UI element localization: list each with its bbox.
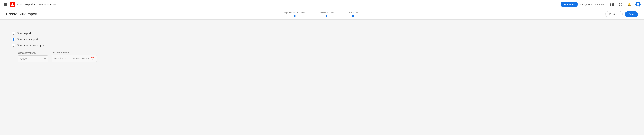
frequency-field-group: Choose frequency Once Daily Weekly Month… <box>18 52 48 62</box>
header-right: Feedback Oshyn Partner Sandbox ? 🔔 <box>560 2 641 8</box>
save-run-import-option[interactable]: Save & run import <box>12 38 638 41</box>
bell-icon: 🔔 <box>628 2 631 6</box>
divider <box>6 26 638 26</box>
main-content: Save import Save & run import Save & sch… <box>0 20 644 135</box>
stepper: Import source & Details Location & Filte… <box>284 12 358 17</box>
save-import-radio[interactable] <box>12 32 15 35</box>
step-2-dot <box>326 15 328 17</box>
datetime-field-group: Set date and time 9 / 4 / 2024, 4 : 32 P… <box>52 51 97 62</box>
save-import-option[interactable]: Save import <box>12 32 638 35</box>
svg-marker-0 <box>11 3 14 6</box>
grid-icon <box>610 2 614 6</box>
step-1-dot <box>294 15 296 17</box>
app-title: Adobe Experience Manager Assets <box>17 3 58 6</box>
feedback-button[interactable]: Feedback <box>560 2 578 7</box>
page-title: Create Bulk Import <box>6 12 37 16</box>
sandbox-name: Oshyn Partner Sandbox <box>580 3 606 6</box>
app-header: Adobe Experience Manager Assets Feedback… <box>0 0 644 9</box>
save-run-import-label: Save & run import <box>17 38 38 41</box>
datetime-label: Set date and time <box>52 51 97 54</box>
step-3-label: Save & Run <box>348 12 358 14</box>
calendar-icon[interactable]: 📅 <box>90 56 94 60</box>
sub-header-actions: Previous Save <box>605 11 638 17</box>
step-connector-1 <box>305 16 318 16</box>
save-import-label: Save import <box>17 32 31 35</box>
svg-point-2 <box>636 6 640 7</box>
notifications-button[interactable]: 🔔 <box>626 2 632 8</box>
step-2-label: Location & Filters <box>318 12 334 14</box>
save-run-import-radio[interactable] <box>12 38 15 41</box>
hamburger-button[interactable] <box>3 2 8 6</box>
schedule-section: Choose frequency Once Daily Weekly Month… <box>18 51 638 62</box>
hamburger-icon <box>4 3 7 6</box>
step-1: Import source & Details <box>284 12 305 17</box>
step-3: Save & Run <box>348 12 358 17</box>
schedule-row: Choose frequency Once Daily Weekly Month… <box>18 51 638 62</box>
datetime-value: 9 / 4 / 2024, 4 : 32 PM GMT-3 <box>54 57 89 60</box>
adobe-logo <box>10 2 15 7</box>
save-schedule-import-option[interactable]: Save & schedule import <box>12 44 638 47</box>
step-connector-2 <box>334 16 348 16</box>
avatar-button[interactable] <box>635 2 641 8</box>
save-button[interactable]: Save <box>625 12 638 17</box>
grid-menu-button[interactable] <box>609 2 615 8</box>
sub-header: Create Bulk Import Import source & Detai… <box>0 9 644 20</box>
step-2: Location & Filters <box>318 12 334 17</box>
save-schedule-import-label: Save & schedule import <box>17 44 45 47</box>
step-3-dot <box>352 15 354 17</box>
step-1-label: Import source & Details <box>284 12 305 14</box>
avatar <box>635 2 640 7</box>
help-button[interactable]: ? <box>618 2 624 8</box>
previous-button[interactable]: Previous <box>605 11 622 17</box>
frequency-label: Choose frequency <box>18 52 48 54</box>
datetime-input-wrapper[interactable]: 9 / 4 / 2024, 4 : 32 PM GMT-3 📅 <box>52 55 97 62</box>
header-left: Adobe Experience Manager Assets <box>3 2 558 7</box>
svg-point-1 <box>637 3 639 5</box>
frequency-select[interactable]: Once Daily Weekly Monthly <box>18 56 48 62</box>
help-icon: ? <box>619 3 622 6</box>
save-schedule-import-radio[interactable] <box>12 44 15 47</box>
import-options: Save import Save & run import Save & sch… <box>12 32 638 62</box>
